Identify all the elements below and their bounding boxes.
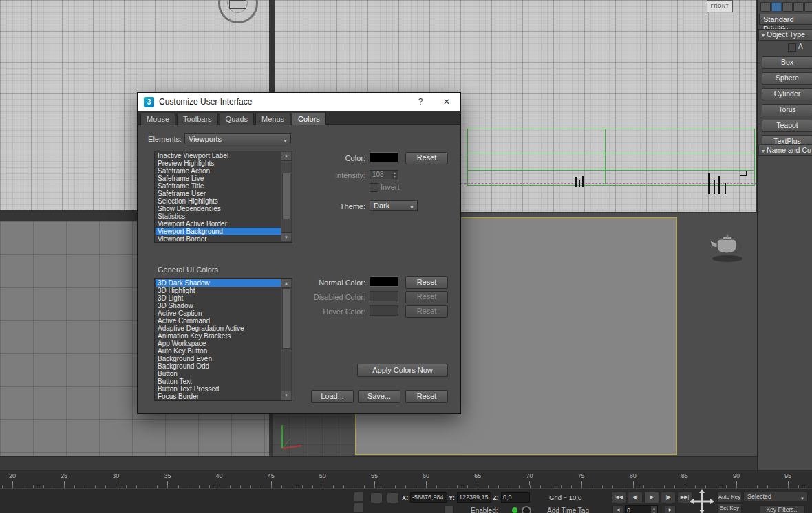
intensity-spinner[interactable]: 103 ▲▼	[370, 170, 398, 179]
list-item[interactable]: 3D Highlight	[156, 287, 281, 294]
absolute-mode-transform-icon[interactable]	[387, 492, 399, 503]
primitive-button-cylinder[interactable]: Cylinder	[762, 88, 812, 100]
y-coordinate-field[interactable]: 122399,15	[457, 492, 491, 503]
save-button[interactable]: Save...	[358, 390, 400, 403]
elements-label: Elements:	[138, 135, 182, 143]
apply-colors-now-button[interactable]: Apply Colors Now	[357, 364, 448, 377]
object-type-rollout-header[interactable]: ▾Object Type	[758, 29, 812, 41]
lights-category-icon[interactable]	[782, 2, 793, 12]
list-item[interactable]: 3D Dark Shadow	[156, 279, 281, 287]
list-item[interactable]: Active Command	[156, 317, 281, 325]
key-mode-next-button[interactable]: ▶	[665, 505, 676, 513]
time-slider-strip[interactable]	[0, 456, 757, 470]
list-item[interactable]: Animation Key Brackets	[156, 332, 281, 340]
scrollbar[interactable]: ▲ ▼	[281, 152, 291, 241]
list-item[interactable]: Viewport Border	[156, 235, 281, 241]
list-item[interactable]: Active Caption	[156, 309, 281, 317]
tab-mouse[interactable]: Mouse	[140, 113, 175, 125]
pan-view-icon[interactable]	[690, 489, 714, 513]
name-and-color-rollout-header[interactable]: ▾Name and Co	[758, 144, 812, 156]
tab-toolbars[interactable]: Toolbars	[177, 113, 218, 125]
invert-checkbox[interactable]	[370, 183, 378, 192]
list-item[interactable]: Safeframe Action	[156, 167, 281, 175]
color-swatch[interactable]	[370, 152, 398, 162]
list-item[interactable]: 3D Shadow	[156, 302, 281, 309]
list-item[interactable]: 3D Light	[156, 294, 281, 302]
frame-spinner-icon[interactable]: ▲▼	[651, 506, 657, 513]
disabled-color-swatch	[370, 291, 398, 301]
list-item[interactable]: App Workspace	[156, 340, 281, 347]
list-item[interactable]: Adaptive Degradation Active	[156, 325, 281, 332]
list-item[interactable]: Preview Highlights	[156, 160, 281, 167]
tab-menus[interactable]: Menus	[255, 113, 290, 125]
list-item[interactable]: Auto Key Button	[156, 347, 281, 355]
add-time-tag-button[interactable]: Add Time Tag	[547, 507, 589, 513]
tab-quads[interactable]: Quads	[220, 113, 254, 125]
normal-color-reset-button[interactable]: Reset	[405, 276, 448, 289]
list-item[interactable]: Button Text	[156, 378, 281, 385]
reset-button[interactable]: Reset	[405, 390, 448, 403]
normal-color-swatch[interactable]	[370, 276, 398, 287]
key-mode-previous-button[interactable]: ◀	[612, 505, 623, 513]
list-item[interactable]: Background Odd	[156, 362, 281, 370]
set-key-button[interactable]: Set Key	[717, 503, 742, 513]
list-item[interactable]: Statistics	[156, 212, 281, 220]
key-filters-button[interactable]: Key Filters...	[760, 505, 805, 513]
grid-size-readout: Grid = 10,0	[549, 494, 581, 501]
general-ui-colors-list: 3D Dark Shadow3D Highlight3D Light3D Sha…	[154, 278, 292, 401]
help-button[interactable]: ?	[408, 93, 433, 111]
hover-color-swatch	[370, 305, 398, 316]
load-button[interactable]: Load...	[311, 390, 354, 403]
previous-frame-button[interactable]: ◀|	[628, 492, 643, 503]
list-item[interactable]: Safeframe Live	[156, 175, 281, 182]
list-item[interactable]: Show Dependencies	[156, 205, 281, 212]
list-item[interactable]: Viewport Active Border	[156, 220, 281, 228]
scroll-up-icon[interactable]: ▲	[281, 152, 291, 161]
list-item[interactable]: Viewport Background	[156, 228, 281, 235]
selection-lock-toggle-icon[interactable]	[354, 503, 364, 512]
teapot-object[interactable]	[707, 234, 746, 263]
record-indicator-icon	[522, 506, 531, 513]
shapes-category-icon[interactable]	[771, 2, 782, 12]
auto-key-button[interactable]: Auto Key	[717, 492, 742, 503]
timeline-ruler[interactable]: 20253035404550556065707580859095	[0, 470, 812, 489]
spinner-arrows-icon[interactable]: ▲▼	[392, 171, 398, 179]
list-item[interactable]: Button Text Pressed	[156, 385, 281, 393]
scroll-down-icon[interactable]: ▼	[281, 232, 291, 241]
primitive-button-box[interactable]: Box	[762, 56, 812, 69]
list-item[interactable]: Selection Highlights	[156, 197, 281, 205]
current-frame-field[interactable]: 0 ▲▼	[625, 505, 658, 513]
list-item[interactable]: Background Even	[156, 355, 281, 362]
selection-set-dropdown[interactable]: Selected ▼	[743, 492, 808, 501]
list-item[interactable]: Safeframe Title	[156, 182, 281, 190]
play-button[interactable]: ▶	[644, 492, 659, 503]
autogrid-checkbox[interactable]	[788, 43, 796, 52]
scroll-down-icon[interactable]: ▼	[281, 391, 291, 400]
x-coordinate-field[interactable]: -58876,984	[410, 492, 447, 503]
viewcube-front-face[interactable]: FRONT	[707, 0, 733, 12]
time-tag-icon[interactable]	[444, 505, 454, 513]
close-icon[interactable]: ✕	[433, 93, 460, 111]
list-item[interactable]: Button	[156, 370, 281, 378]
go-to-start-button[interactable]: |◀◀	[611, 492, 626, 503]
primitive-button-sphere[interactable]: Sphere	[762, 72, 812, 85]
scrollbar-thumb[interactable]	[282, 173, 290, 219]
tab-colors[interactable]: Colors	[292, 113, 326, 125]
snap-toggle-icon[interactable]	[370, 492, 383, 503]
primitive-button-teapot[interactable]: Teapot	[762, 120, 812, 132]
dialog-title-bar[interactable]: 3 Customize User Interface ? ✕	[138, 93, 460, 111]
cameras-category-icon[interactable]	[793, 2, 804, 12]
theme-dropdown[interactable]: Dark ▼	[370, 200, 418, 211]
helpers-category-icon[interactable]	[804, 2, 812, 12]
list-item[interactable]: Focus Border	[156, 393, 281, 400]
list-item[interactable]: Safeframe User	[156, 190, 281, 197]
primitive-button-torus[interactable]: Torus	[762, 104, 812, 116]
isolate-selection-toggle-icon[interactable]	[354, 492, 364, 501]
geometry-category-icon[interactable]	[760, 2, 771, 12]
list-item[interactable]: Inactive Viewport Label	[156, 152, 281, 160]
primitive-category-dropdown[interactable]: Standard Primitiv	[759, 14, 812, 25]
next-frame-button[interactable]: |▶	[661, 492, 676, 503]
elements-dropdown[interactable]: Viewports ▼	[184, 133, 291, 144]
z-coordinate-field[interactable]: 0,0	[501, 492, 530, 503]
color-reset-button[interactable]: Reset	[405, 152, 448, 164]
